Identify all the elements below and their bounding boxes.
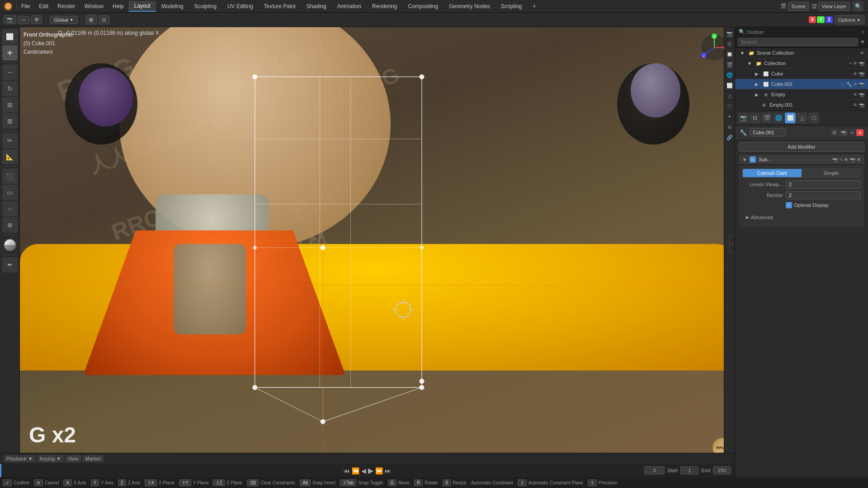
3d-viewport[interactable]: RRCG RRCG RRCG RRCG RRCG RRCG 人人素材 人人素材 … [20, 27, 735, 474]
status-yplane-key[interactable]: ⇧Y [179, 479, 191, 486]
prop-scene-icon[interactable]: 🎬 [725, 60, 734, 69]
prop-tab-output[interactable]: ⊟ [750, 113, 760, 123]
prop-render-icon[interactable]: 📷 [725, 29, 734, 38]
tool-transform[interactable]: ⊠ [2, 113, 18, 129]
outliner-empty-001[interactable]: ⊕ Empty.001 👁 📷 [735, 100, 868, 110]
tab-geometry-nodes[interactable]: Geometry Nodes [443, 1, 495, 11]
end-frame-field[interactable]: 250 [713, 466, 731, 474]
modifier-edit-action[interactable]: ✎ [839, 157, 843, 162]
render-value[interactable]: 2 [786, 191, 861, 199]
empty001-vis[interactable]: 👁 [853, 103, 858, 108]
status-xaxis-key[interactable]: X [63, 479, 72, 486]
prop-particles-icon[interactable]: ✦ [725, 112, 734, 121]
current-frame-field[interactable]: 0 [644, 466, 665, 474]
menu-window[interactable]: Window [80, 1, 108, 11]
start-frame-field[interactable]: 1 [680, 466, 698, 474]
scene-collection-vis[interactable]: 👁 [860, 51, 864, 56]
collection-vis[interactable]: 👁 [853, 61, 858, 66]
outliner-cube[interactable]: ▶ ⬜ Cube 👁 📷 [735, 69, 868, 79]
tool-scale[interactable]: ⊞ [2, 97, 18, 113]
tab-add[interactable]: + [528, 1, 542, 11]
outliner-cube-001[interactable]: ▶ ⬜ Cube.001 ⬡ 🔧 👁 📷 [735, 79, 868, 89]
menu-help[interactable]: Help [108, 1, 128, 11]
collection-expand-icon[interactable]: ▼ [746, 60, 753, 67]
collection-restrict[interactable]: ● [849, 61, 852, 66]
transform-space[interactable]: Global ▼ [50, 16, 78, 24]
outliner-empty[interactable]: ▶ ⊕ Empty 👁 📷 [735, 89, 868, 100]
mod-view-icon[interactable]: ☰ [830, 129, 838, 136]
tool-rotate[interactable]: ↻ [2, 81, 18, 96]
tab-uv-editing[interactable]: UV Editing [222, 1, 259, 11]
tab-scripting[interactable]: Scripting [495, 1, 528, 11]
empty-expand-icon[interactable]: ▶ [753, 91, 760, 98]
tool-move[interactable]: ↔ [2, 65, 18, 80]
view-dropdown[interactable]: View [65, 455, 81, 462]
cube001-expand-icon[interactable]: ▶ [753, 80, 760, 88]
prop-tab-object[interactable]: ⬜ [785, 113, 796, 123]
mod-camera-icon[interactable]: 📷 [839, 129, 848, 136]
outliner-scene-collection[interactable]: ▼ 📁 Scene Collection 👁 [735, 48, 868, 58]
tool-add-plane[interactable]: ▭ [2, 185, 18, 200]
empty-vis[interactable]: 👁 [853, 92, 858, 97]
menu-file[interactable]: File [17, 1, 34, 11]
gizmo-xyz[interactable]: X Y Z [809, 16, 833, 23]
tab-shading[interactable]: Shading [301, 1, 332, 11]
collection-render[interactable]: 📷 [859, 61, 864, 66]
tool-add-circle[interactable]: ○ [2, 201, 18, 216]
status-auto-constraint-plane-key[interactable]: ⇧ [518, 479, 527, 486]
tool-annotate[interactable]: ✏ [2, 133, 18, 148]
tool-add-cube[interactable]: ⬛ [2, 169, 18, 184]
status-cancel-key[interactable]: ✕ [34, 479, 43, 486]
empty001-render[interactable]: 📷 [859, 103, 864, 108]
prop-tab-mesh[interactable]: △ [797, 113, 807, 123]
status-xplane-key[interactable]: ⇧X [145, 479, 157, 486]
panel-collapse-button[interactable]: ‹ [729, 235, 735, 253]
prop-output-icon[interactable]: ⊟ [725, 39, 734, 48]
tool-grease-pencil[interactable]: ✒ [2, 257, 18, 272]
prop-tab-render[interactable]: 📷 [738, 113, 749, 123]
optimal-display-checkbox[interactable]: ✓ [786, 202, 792, 208]
tool-measure[interactable]: 📐 [2, 149, 18, 164]
catmull-clark-btn[interactable]: Catmull-Clark [743, 169, 802, 177]
cube-vis[interactable]: 👁 [853, 71, 858, 76]
outliner-search-input[interactable] [738, 38, 858, 46]
tab-rendering[interactable]: Rendering [367, 1, 402, 11]
cube-render[interactable]: 📷 [859, 71, 864, 76]
mod-close-icon[interactable]: ✕ [856, 129, 863, 136]
status-snap-tog-key[interactable]: ⇧Tab [340, 479, 356, 486]
tool-select-box[interactable]: ⬜ [2, 29, 18, 44]
modifier-vis-action[interactable]: 👁 [844, 157, 849, 162]
prop-material-icon[interactable]: ⬡ [725, 102, 734, 111]
toolbar-mode-selector[interactable]: 📷 [4, 15, 16, 24]
search-button[interactable]: 🔍 [853, 1, 863, 12]
scene-collection-expand-icon[interactable]: ▼ [739, 49, 746, 56]
scene-selector[interactable]: Scene [788, 2, 809, 11]
menu-edit[interactable]: Edit [34, 1, 53, 11]
outliner-collection[interactable]: ▼ 📁 Collection ● 👁 📷 [735, 58, 868, 69]
toolbar-move[interactable]: ↔ [18, 16, 29, 24]
outliner-filter-btn[interactable]: ▼ [860, 39, 865, 45]
mod-add-icon[interactable]: + [849, 129, 855, 136]
prop-tab-world[interactable]: 🌐 [773, 113, 784, 123]
marker-dropdown[interactable]: Marker [83, 455, 104, 462]
prop-physics-icon[interactable]: ⊛ [725, 122, 734, 131]
timeline-scrubber[interactable]: ⏮ ⏪ ◀ ▶ ⏩ ⏭ 0 Start 1 End 250 [0, 464, 735, 478]
status-rotate-key[interactable]: R [414, 479, 423, 486]
toolbar-icons[interactable]: ⚙ [31, 15, 42, 24]
prop-view-layer-icon[interactable]: 🔲 [725, 50, 734, 59]
blender-logo[interactable] [2, 0, 14, 13]
status-yaxis-key[interactable]: Y [91, 479, 99, 486]
menu-render[interactable]: Render [53, 1, 80, 11]
modifier-expand-icon[interactable]: ▼ [742, 157, 747, 162]
advanced-header[interactable]: ▶ Advanced [746, 213, 857, 222]
prop-tab-scene[interactable]: 🎬 [761, 113, 772, 123]
tab-animation[interactable]: Animation [332, 1, 367, 11]
cube001-render[interactable]: 📷 [859, 82, 864, 87]
outliner-search-icon[interactable]: 🔍 [739, 29, 745, 35]
status-confirm-key[interactable]: ✓ [3, 479, 12, 486]
view-layer-selector[interactable]: View Layer [818, 2, 850, 11]
simple-btn[interactable]: Simple [802, 169, 860, 177]
playback-dropdown[interactable]: Playback ▼ [4, 455, 36, 462]
prop-world-icon[interactable]: 🌐 [725, 70, 734, 80]
modifier-delete-action[interactable]: ✕ [857, 157, 861, 163]
